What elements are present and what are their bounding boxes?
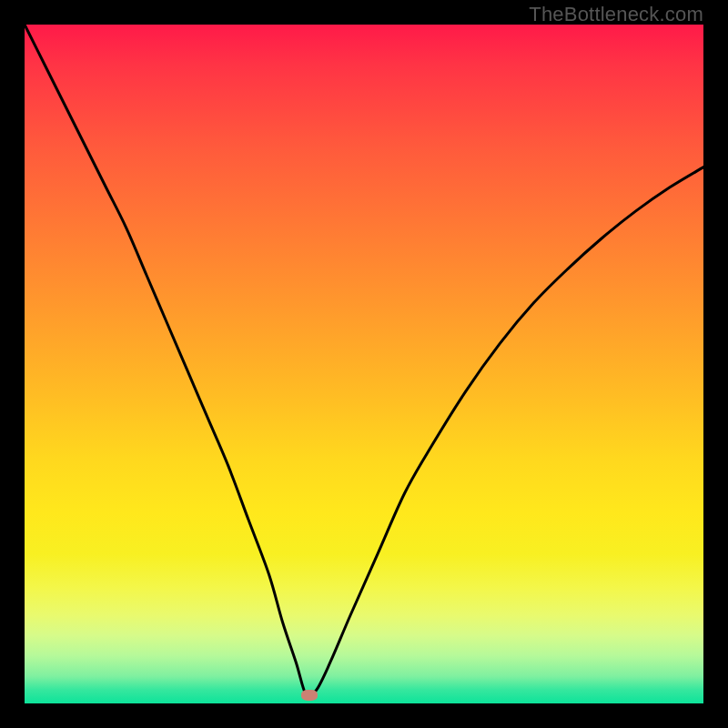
optimum-marker <box>301 690 318 701</box>
chart-frame: TheBottleneck.com <box>0 0 728 728</box>
attribution-text: TheBottleneck.com <box>529 3 703 26</box>
bottleneck-curve <box>25 25 703 703</box>
plot-area <box>25 25 703 703</box>
